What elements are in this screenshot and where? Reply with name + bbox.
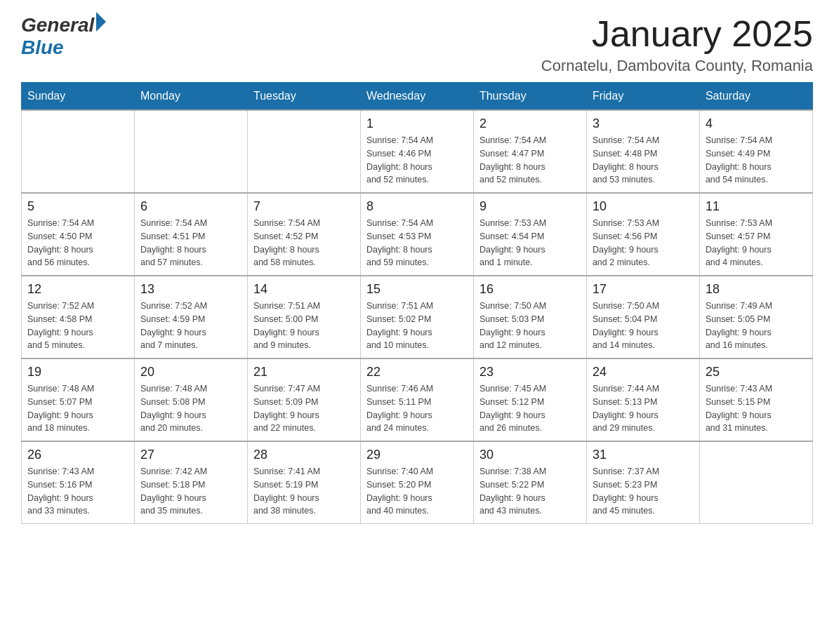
day-cell-27: 27Sunrise: 7:42 AM Sunset: 5:18 PM Dayli… — [134, 441, 247, 524]
day-number: 7 — [253, 199, 355, 214]
day-cell-9: 9Sunrise: 7:53 AM Sunset: 4:54 PM Daylig… — [473, 193, 586, 276]
day-info: Sunrise: 7:43 AM Sunset: 5:16 PM Dayligh… — [27, 465, 128, 518]
day-number: 9 — [479, 199, 581, 214]
day-info: Sunrise: 7:45 AM Sunset: 5:12 PM Dayligh… — [479, 382, 581, 435]
week-row-5: 26Sunrise: 7:43 AM Sunset: 5:16 PM Dayli… — [22, 441, 813, 524]
day-info: Sunrise: 7:54 AM Sunset: 4:47 PM Dayligh… — [479, 134, 581, 187]
week-row-4: 19Sunrise: 7:48 AM Sunset: 5:07 PM Dayli… — [22, 358, 813, 441]
day-cell-21: 21Sunrise: 7:47 AM Sunset: 5:09 PM Dayli… — [247, 358, 360, 441]
day-header-friday: Friday — [586, 83, 699, 111]
day-info: Sunrise: 7:38 AM Sunset: 5:22 PM Dayligh… — [479, 465, 581, 518]
day-number: 19 — [27, 365, 128, 380]
day-number: 26 — [27, 448, 128, 462]
day-cell-11: 11Sunrise: 7:53 AM Sunset: 4:57 PM Dayli… — [699, 193, 812, 276]
day-number: 17 — [593, 282, 694, 297]
month-title: January 2025 — [541, 14, 813, 54]
day-cell-3: 3Sunrise: 7:54 AM Sunset: 4:48 PM Daylig… — [586, 110, 699, 193]
day-cell-1: 1Sunrise: 7:54 AM Sunset: 4:46 PM Daylig… — [360, 110, 473, 193]
day-info: Sunrise: 7:43 AM Sunset: 5:15 PM Dayligh… — [706, 382, 807, 435]
day-info: Sunrise: 7:47 AM Sunset: 5:09 PM Dayligh… — [253, 382, 355, 435]
day-info: Sunrise: 7:54 AM Sunset: 4:52 PM Dayligh… — [253, 217, 355, 269]
day-cell-6: 6Sunrise: 7:54 AM Sunset: 4:51 PM Daylig… — [134, 193, 247, 276]
day-info: Sunrise: 7:53 AM Sunset: 4:56 PM Dayligh… — [593, 217, 694, 269]
day-number: 27 — [140, 448, 241, 462]
day-cell-2: 2Sunrise: 7:54 AM Sunset: 4:47 PM Daylig… — [473, 110, 586, 193]
day-number: 24 — [593, 365, 694, 380]
day-number: 28 — [253, 448, 355, 462]
day-cell-10: 10Sunrise: 7:53 AM Sunset: 4:56 PM Dayli… — [586, 193, 699, 276]
day-info: Sunrise: 7:51 AM Sunset: 5:02 PM Dayligh… — [366, 300, 468, 352]
day-info: Sunrise: 7:54 AM Sunset: 4:49 PM Dayligh… — [706, 134, 807, 187]
day-number: 13 — [140, 282, 241, 297]
day-number: 20 — [140, 365, 241, 380]
day-cell-15: 15Sunrise: 7:51 AM Sunset: 5:02 PM Dayli… — [360, 276, 473, 358]
day-info: Sunrise: 7:44 AM Sunset: 5:13 PM Dayligh… — [593, 382, 694, 435]
day-number: 8 — [366, 199, 468, 214]
day-info: Sunrise: 7:42 AM Sunset: 5:18 PM Dayligh… — [140, 465, 241, 518]
day-info: Sunrise: 7:52 AM Sunset: 4:58 PM Dayligh… — [27, 300, 128, 352]
day-cell-19: 19Sunrise: 7:48 AM Sunset: 5:07 PM Dayli… — [22, 358, 135, 441]
day-cell-26: 26Sunrise: 7:43 AM Sunset: 5:16 PM Dayli… — [22, 441, 135, 524]
logo-general-text: General — [21, 14, 94, 36]
day-number: 31 — [593, 448, 694, 462]
day-info: Sunrise: 7:54 AM Sunset: 4:53 PM Dayligh… — [366, 217, 468, 269]
day-cell-23: 23Sunrise: 7:45 AM Sunset: 5:12 PM Dayli… — [473, 358, 586, 441]
day-number: 4 — [706, 116, 807, 131]
day-header-monday: Monday — [134, 83, 247, 111]
day-number: 29 — [366, 448, 468, 462]
title-section: January 2025 Cornatelu, Dambovita County… — [541, 14, 813, 75]
day-info: Sunrise: 7:48 AM Sunset: 5:07 PM Dayligh… — [27, 382, 128, 435]
day-info: Sunrise: 7:54 AM Sunset: 4:48 PM Dayligh… — [593, 134, 694, 187]
day-number: 21 — [253, 365, 355, 380]
day-number: 22 — [366, 365, 468, 380]
empty-cell — [134, 110, 247, 193]
day-info: Sunrise: 7:41 AM Sunset: 5:19 PM Dayligh… — [253, 465, 355, 518]
day-number: 30 — [479, 448, 581, 462]
day-number: 5 — [27, 199, 128, 214]
day-header-thursday: Thursday — [473, 83, 586, 111]
day-info: Sunrise: 7:46 AM Sunset: 5:11 PM Dayligh… — [366, 382, 468, 435]
page-header: General Blue January 2025 Cornatelu, Dam… — [21, 14, 813, 75]
day-cell-22: 22Sunrise: 7:46 AM Sunset: 5:11 PM Dayli… — [360, 358, 473, 441]
day-number: 15 — [366, 282, 468, 297]
day-info: Sunrise: 7:52 AM Sunset: 4:59 PM Dayligh… — [140, 300, 241, 352]
day-cell-18: 18Sunrise: 7:49 AM Sunset: 5:05 PM Dayli… — [699, 276, 812, 358]
day-cell-30: 30Sunrise: 7:38 AM Sunset: 5:22 PM Dayli… — [473, 441, 586, 524]
empty-cell — [22, 110, 135, 193]
day-cell-29: 29Sunrise: 7:40 AM Sunset: 5:20 PM Dayli… — [360, 441, 473, 524]
day-info: Sunrise: 7:53 AM Sunset: 4:57 PM Dayligh… — [706, 217, 807, 269]
day-info: Sunrise: 7:37 AM Sunset: 5:23 PM Dayligh… — [593, 465, 694, 518]
calendar-table: SundayMondayTuesdayWednesdayThursdayFrid… — [21, 82, 813, 524]
day-header-saturday: Saturday — [699, 83, 812, 111]
day-number: 3 — [593, 116, 694, 131]
week-row-3: 12Sunrise: 7:52 AM Sunset: 4:58 PM Dayli… — [22, 276, 813, 358]
calendar-header-row: SundayMondayTuesdayWednesdayThursdayFrid… — [22, 83, 813, 111]
day-number: 6 — [140, 199, 241, 214]
day-cell-31: 31Sunrise: 7:37 AM Sunset: 5:23 PM Dayli… — [586, 441, 699, 524]
day-info: Sunrise: 7:54 AM Sunset: 4:50 PM Dayligh… — [27, 217, 128, 269]
day-cell-5: 5Sunrise: 7:54 AM Sunset: 4:50 PM Daylig… — [22, 193, 135, 276]
day-number: 11 — [706, 199, 807, 214]
day-cell-24: 24Sunrise: 7:44 AM Sunset: 5:13 PM Dayli… — [586, 358, 699, 441]
empty-cell — [247, 110, 360, 193]
day-cell-28: 28Sunrise: 7:41 AM Sunset: 5:19 PM Dayli… — [247, 441, 360, 524]
day-info: Sunrise: 7:48 AM Sunset: 5:08 PM Dayligh… — [140, 382, 241, 435]
day-cell-13: 13Sunrise: 7:52 AM Sunset: 4:59 PM Dayli… — [134, 276, 247, 358]
day-number: 14 — [253, 282, 355, 297]
day-cell-16: 16Sunrise: 7:50 AM Sunset: 5:03 PM Dayli… — [473, 276, 586, 358]
day-header-wednesday: Wednesday — [360, 83, 473, 111]
day-header-sunday: Sunday — [22, 83, 135, 111]
week-row-2: 5Sunrise: 7:54 AM Sunset: 4:50 PM Daylig… — [22, 193, 813, 276]
day-number: 10 — [593, 199, 694, 214]
day-info: Sunrise: 7:50 AM Sunset: 5:04 PM Dayligh… — [593, 300, 694, 352]
day-info: Sunrise: 7:51 AM Sunset: 5:00 PM Dayligh… — [253, 300, 355, 352]
day-cell-8: 8Sunrise: 7:54 AM Sunset: 4:53 PM Daylig… — [360, 193, 473, 276]
day-info: Sunrise: 7:49 AM Sunset: 5:05 PM Dayligh… — [706, 300, 807, 352]
day-number: 18 — [706, 282, 807, 297]
empty-cell — [699, 441, 812, 524]
logo-arrow-icon — [96, 12, 106, 32]
logo-blue-text: Blue — [21, 36, 106, 59]
day-number: 25 — [706, 365, 807, 380]
logo: General Blue — [21, 14, 106, 59]
day-number: 23 — [479, 365, 581, 380]
